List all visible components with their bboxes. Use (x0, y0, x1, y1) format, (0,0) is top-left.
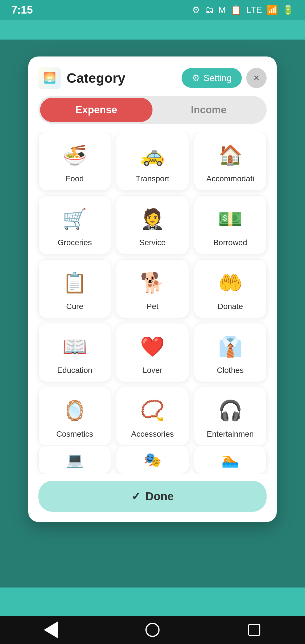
recents-icon (248, 624, 260, 636)
background-app: 🌅 Category ⚙ Setting × Expense Income (0, 20, 305, 616)
partial-card-1[interactable]: 💻 (38, 446, 111, 474)
home-button[interactable] (141, 619, 164, 641)
service-icon: 🤵 (138, 205, 167, 233)
borrowed-icon: 💵 (216, 205, 244, 233)
modal-header: 🌅 Category ⚙ Setting × (28, 56, 277, 96)
groceries-icon: 🛒 (61, 205, 89, 233)
category-donate[interactable]: 🤲 Donate (194, 259, 267, 318)
close-button[interactable]: × (246, 68, 267, 88)
gmail-icon: M (218, 5, 226, 15)
settings-icon: ⚙ (192, 5, 200, 15)
status-icons: ⚙ 🗂 M 📋 LTE 📶 🔋 (192, 5, 294, 15)
storage-icon: 🗂 (205, 5, 214, 15)
pet-icon: 🐕 (138, 269, 167, 297)
cure-icon: 📋 (61, 269, 89, 297)
borrowed-label: Borrowed (213, 238, 247, 247)
lte-icon: LTE (246, 5, 262, 15)
accommodation-icon: 🏠 (216, 141, 244, 169)
service-label: Service (139, 238, 165, 247)
partial-icon-2: 🎭 (144, 452, 161, 468)
cosmetics-label: Cosmetics (56, 430, 93, 439)
accommodation-label: Accommodati (206, 174, 254, 183)
clipboard-icon: 📋 (230, 5, 242, 15)
gear-icon: ⚙ (192, 73, 200, 83)
navigation-bar (0, 616, 305, 644)
partial-category-row: 💻 🎭 🏊 (28, 446, 277, 474)
close-icon: × (253, 72, 259, 84)
category-entertainment[interactable]: 🎧 Entertainmen (194, 387, 267, 446)
education-icon: 📖 (61, 332, 89, 361)
donate-icon: 🤲 (216, 269, 244, 297)
cosmetics-icon: 🪞 (61, 396, 89, 425)
education-label: Education (57, 366, 92, 375)
tab-group: Expense Income (38, 96, 267, 124)
modal-title-group: 🌅 Category (38, 67, 125, 89)
entertainment-icon: 🎧 (216, 396, 244, 425)
tab-expense[interactable]: Expense (40, 98, 152, 122)
category-groceries[interactable]: 🛒 Groceries (38, 195, 111, 254)
category-clothes[interactable]: 👔 Clothes (194, 323, 267, 382)
category-accessories[interactable]: 📿 Accessories (116, 387, 189, 446)
status-bar: 7:15 ⚙ 🗂 M 📋 LTE 📶 🔋 (0, 0, 305, 20)
category-grid: 🍜 Food 🚕 Transport 🏠 Accommodati 🛒 Groce… (28, 132, 277, 446)
transport-icon: 🚕 (138, 141, 167, 169)
category-pet[interactable]: 🐕 Pet (116, 259, 189, 318)
food-icon: 🍜 (61, 141, 89, 169)
category-accommodation[interactable]: 🏠 Accommodati (194, 132, 267, 190)
pet-label: Pet (147, 302, 158, 311)
back-icon (44, 621, 58, 638)
category-lover[interactable]: ❤️ Lover (116, 323, 189, 382)
category-food[interactable]: 🍜 Food (38, 132, 111, 190)
accessories-icon: 📿 (138, 396, 167, 425)
modal-title: Category (67, 70, 125, 86)
food-label: Food (66, 174, 84, 183)
accessories-label: Accessories (131, 430, 174, 439)
category-education[interactable]: 📖 Education (38, 323, 111, 382)
status-time: 7:15 (11, 4, 33, 16)
signal-icon: 📶 (267, 5, 278, 15)
category-cosmetics[interactable]: 🪞 Cosmetics (38, 387, 111, 446)
checkmark-icon: ✓ (131, 490, 141, 503)
partial-icon-3: 🏊 (221, 452, 239, 468)
modal-header-buttons: ⚙ Setting × (182, 68, 267, 88)
back-button[interactable] (40, 619, 62, 641)
tab-income[interactable]: Income (152, 98, 265, 122)
battery-icon: 🔋 (282, 5, 294, 15)
groceries-label: Groceries (58, 238, 92, 247)
cure-label: Cure (66, 302, 83, 311)
clothes-icon: 👔 (216, 332, 244, 361)
category-transport[interactable]: 🚕 Transport (116, 132, 189, 190)
recents-button[interactable] (243, 619, 265, 641)
partial-card-2[interactable]: 🎭 (116, 446, 189, 474)
entertainment-label: Entertainmen (207, 430, 254, 439)
donate-label: Donate (217, 302, 243, 311)
category-service[interactable]: 🤵 Service (116, 195, 189, 254)
clothes-label: Clothes (217, 366, 244, 375)
modal-overlay: 🌅 Category ⚙ Setting × Expense Income (0, 40, 305, 588)
lover-icon: ❤️ (138, 332, 167, 361)
category-cure[interactable]: 📋 Cure (38, 259, 111, 318)
setting-button[interactable]: ⚙ Setting (182, 68, 242, 88)
partial-icon-1: 💻 (66, 452, 84, 468)
home-icon (145, 623, 160, 637)
lover-label: Lover (143, 366, 162, 375)
done-button[interactable]: ✓ Done (38, 481, 267, 512)
category-borrowed[interactable]: 💵 Borrowed (194, 195, 267, 254)
partial-card-3[interactable]: 🏊 (194, 446, 267, 474)
app-icon: 🌅 (38, 67, 61, 89)
transport-label: Transport (136, 174, 169, 183)
category-modal: 🌅 Category ⚙ Setting × Expense Income (28, 56, 277, 522)
